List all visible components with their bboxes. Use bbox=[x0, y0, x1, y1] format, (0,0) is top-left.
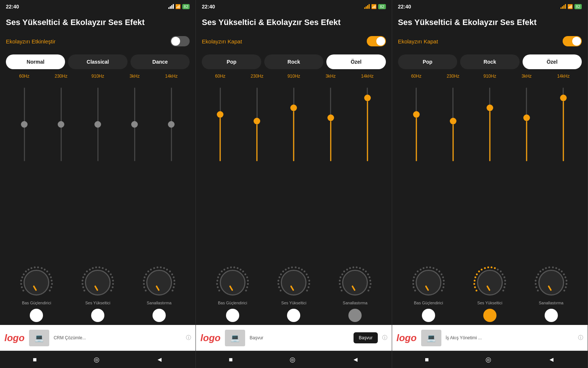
knob-toggle-1[interactable] bbox=[483, 309, 496, 322]
ad-banner[interactable]: logo💻CRM Çözümle...ⓘ bbox=[0, 325, 196, 351]
battery-badge: 82 bbox=[378, 4, 386, 9]
knob-dot-14 bbox=[367, 273, 369, 275]
preset-row: NormalClassicalDance bbox=[0, 52, 196, 72]
knob-toggle-0[interactable] bbox=[30, 309, 43, 322]
preset-btn-pop[interactable]: Pop bbox=[202, 54, 261, 69]
slider-line-4 bbox=[367, 101, 368, 162]
slider-track-1[interactable] bbox=[61, 88, 62, 161]
knob-dial-2[interactable] bbox=[146, 270, 172, 296]
nav-button-0[interactable]: ■ bbox=[33, 356, 37, 364]
knob-dot-3 bbox=[277, 280, 279, 282]
nav-button-0[interactable]: ■ bbox=[425, 356, 429, 364]
slider-knob-2[interactable] bbox=[487, 105, 493, 111]
nav-button-2[interactable]: ◄ bbox=[156, 356, 163, 364]
knob-toggle-2[interactable] bbox=[153, 309, 166, 322]
knob-dot-18 bbox=[442, 286, 444, 288]
nav-button-1[interactable]: ◎ bbox=[485, 355, 491, 364]
slider-knob-1[interactable] bbox=[58, 121, 64, 128]
knob-dial-1[interactable] bbox=[85, 270, 111, 296]
nav-button-2[interactable]: ◄ bbox=[548, 356, 555, 364]
knob-toggle-2[interactable] bbox=[348, 309, 362, 322]
knob-toggle-1[interactable] bbox=[287, 309, 300, 322]
equalizer-toggle-switch[interactable] bbox=[367, 36, 386, 46]
knob-dot-15 bbox=[369, 276, 370, 278]
knob-toggle-2[interactable] bbox=[545, 309, 558, 322]
slider-track-3[interactable] bbox=[330, 88, 331, 161]
slider-knob-0[interactable] bbox=[413, 111, 420, 118]
slider-knob-3[interactable] bbox=[327, 114, 334, 121]
knob-dot-19 bbox=[110, 290, 112, 291]
preset-btn-normal[interactable]: Normal bbox=[6, 54, 65, 69]
knob-dot-0 bbox=[341, 290, 343, 291]
knob-dial-1[interactable] bbox=[281, 270, 306, 296]
ad-info-icon[interactable]: ⓘ bbox=[186, 335, 191, 341]
knob-dial-1[interactable] bbox=[477, 270, 503, 296]
knob-toggle-0[interactable] bbox=[422, 309, 435, 322]
nav-button-1[interactable]: ◎ bbox=[94, 355, 100, 364]
preset-btn-rock[interactable]: Rock bbox=[460, 54, 519, 69]
knob-dot-0 bbox=[414, 290, 416, 291]
preset-btn-pop[interactable]: Pop bbox=[398, 54, 457, 69]
knob-dial-2[interactable] bbox=[538, 270, 564, 296]
knob-dial-0[interactable] bbox=[220, 270, 245, 296]
slider-track-0[interactable] bbox=[416, 88, 417, 161]
slider-track-1[interactable] bbox=[452, 88, 453, 161]
slider-track-2[interactable] bbox=[97, 88, 98, 161]
signal-bar bbox=[171, 5, 172, 9]
knob-dot-3 bbox=[143, 280, 145, 282]
slider-track-0[interactable] bbox=[220, 88, 221, 161]
slider-knob-1[interactable] bbox=[254, 118, 260, 124]
slider-track-2[interactable] bbox=[489, 88, 490, 161]
slider-track-4[interactable] bbox=[171, 88, 172, 161]
preset-btn-classical[interactable]: Classical bbox=[68, 54, 127, 69]
slider-knob-0[interactable] bbox=[217, 111, 223, 118]
slider-knob-4[interactable] bbox=[168, 121, 175, 128]
preset-btn-rock[interactable]: Rock bbox=[264, 54, 323, 69]
knob-dial-2[interactable] bbox=[342, 270, 368, 296]
slider-knob-3[interactable] bbox=[523, 114, 530, 121]
knob-dot-6 bbox=[282, 270, 284, 272]
knob-dial-0[interactable] bbox=[416, 270, 441, 296]
knob-dot-12 bbox=[105, 269, 107, 270]
knob-label-2: Sanallastırma bbox=[147, 301, 171, 305]
slider-track-1[interactable] bbox=[257, 88, 258, 161]
knob-wrap-2: Sanallastırma bbox=[338, 266, 372, 305]
knob-dot-7 bbox=[542, 269, 544, 270]
nav-button-1[interactable]: ◎ bbox=[290, 355, 295, 364]
slider-knob-2[interactable] bbox=[290, 105, 297, 111]
equalizer-toggle-switch[interactable] bbox=[563, 36, 582, 46]
slider-knob-4[interactable] bbox=[560, 95, 567, 101]
slider-knob-3[interactable] bbox=[131, 121, 138, 128]
slider-track-4[interactable] bbox=[563, 88, 564, 161]
status-time: 22:40 bbox=[6, 4, 19, 10]
slider-knob-1[interactable] bbox=[450, 118, 456, 124]
ad-banner[interactable]: logo💻İş Akış Yönetimi ...ⓘ bbox=[392, 325, 588, 351]
ad-banner[interactable]: logo💻BaşvurBaşvurⓘ bbox=[196, 325, 391, 351]
slider-knob-0[interactable] bbox=[21, 121, 28, 128]
slider-track-2[interactable] bbox=[293, 88, 294, 161]
knob-toggle-0[interactable] bbox=[226, 309, 239, 322]
knob-dot-10 bbox=[356, 266, 358, 268]
knob-dial-0[interactable] bbox=[24, 270, 49, 296]
preset-btn-dance[interactable]: Dance bbox=[130, 54, 190, 69]
slider-knob-2[interactable] bbox=[94, 121, 101, 128]
ad-info-icon[interactable]: ⓘ bbox=[382, 335, 387, 341]
nav-button-2[interactable]: ◄ bbox=[352, 356, 359, 364]
nav-button-0[interactable]: ■ bbox=[229, 356, 233, 364]
knob-toggle-1[interactable] bbox=[91, 309, 104, 322]
slider-track-0[interactable] bbox=[24, 88, 25, 161]
slider-knob-4[interactable] bbox=[364, 95, 371, 101]
knob-dot-19 bbox=[306, 290, 308, 291]
knob-dot-16 bbox=[247, 280, 249, 282]
knob-dot-7 bbox=[420, 269, 422, 270]
preset-btn-özel[interactable]: Özel bbox=[326, 54, 386, 69]
slider-track-3[interactable] bbox=[134, 88, 135, 161]
ad-apply-button[interactable]: Başvur bbox=[354, 332, 377, 343]
preset-btn-özel[interactable]: Özel bbox=[523, 54, 582, 69]
slider-track-4[interactable] bbox=[367, 88, 368, 161]
knob-dot-15 bbox=[111, 276, 113, 278]
ad-info-icon[interactable]: ⓘ bbox=[578, 335, 583, 341]
status-bar: 22:40📶82 bbox=[392, 0, 588, 13]
equalizer-toggle-switch[interactable] bbox=[171, 36, 190, 46]
slider-track-3[interactable] bbox=[526, 88, 527, 161]
